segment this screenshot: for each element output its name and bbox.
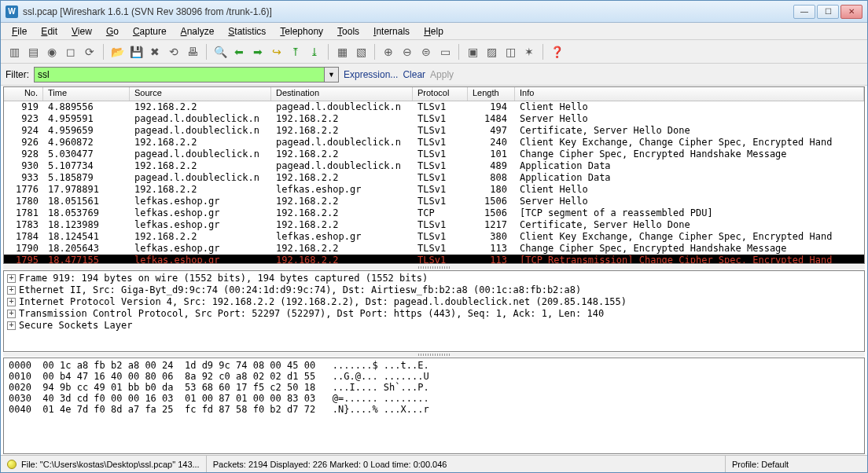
tree-row[interactable]: +Frame 919: 194 bytes on wire (1552 bits… (7, 273, 861, 284)
window-title: ssl.pcap [Wireshark 1.6.1 (SVN Rev 38096… (23, 6, 793, 17)
menu-edit[interactable]: Edit (35, 24, 64, 38)
find-icon[interactable]: 🔍 (211, 43, 229, 60)
menu-file[interactable]: File (6, 24, 33, 38)
splitter-2[interactable] (3, 353, 865, 358)
interfaces-icon[interactable]: ▥ (6, 43, 23, 60)
zoom-in-icon[interactable]: ⊕ (380, 43, 397, 60)
menubar: FileEditViewGoCaptureAnalyzeStatisticsTe… (1, 23, 867, 40)
close-button[interactable]: ✕ (840, 5, 862, 19)
col-source[interactable]: Source (130, 87, 271, 101)
zoom-out-icon[interactable]: ⊖ (399, 43, 416, 60)
packet-row[interactable]: 9285.030477pagead.l.doubleclick.n192.168… (4, 148, 864, 160)
status-file-segment: File: "C:\Users\kostas\Desktop\ssl.pcap"… (1, 456, 207, 472)
status-profile-text: Profile: Default (732, 460, 789, 469)
expand-icon[interactable]: + (7, 310, 16, 318)
filter-dropdown-icon[interactable]: ▼ (325, 67, 339, 82)
tree-row[interactable]: +Ethernet II, Src: Giga-Byt_d9:9c:74 (00… (7, 284, 861, 296)
stop-capture-icon[interactable]: ◻ (62, 43, 79, 60)
go-to-icon[interactable]: ↪ (268, 43, 285, 60)
col-length[interactable]: Length (468, 87, 515, 101)
go-forward-icon[interactable]: ➡ (249, 43, 267, 60)
packet-row[interactable]: 179018.205643lefkas.eshop.gr192.168.2.2T… (4, 243, 864, 255)
packet-row[interactable]: 9194.889556192.168.2.2pagead.l.doublecli… (4, 101, 864, 113)
menu-go[interactable]: Go (100, 24, 125, 38)
print-icon[interactable]: 🖶 (184, 43, 201, 60)
packet-row[interactable]: 178118.053769lefkas.eshop.gr192.168.2.2T… (4, 207, 864, 219)
help-icon[interactable]: ❓ (548, 43, 565, 60)
toolbar: ▥ ▤ ◉ ◻ ⟳ 📂 💾 ✖ ⟲ 🖶 🔍 ⬅ ➡ ↪ ⤒ ⤓ ▦ ▧ ⊕ ⊖ … (1, 40, 867, 64)
app-icon: W (6, 6, 18, 18)
packet-row[interactable]: 178318.123989lefkas.eshop.gr192.168.2.2T… (4, 219, 864, 231)
auto-scroll-icon[interactable]: ▧ (352, 43, 370, 60)
packet-row[interactable]: 9335.185879pagead.l.doubleclick.n192.168… (4, 172, 864, 184)
col-info[interactable]: Info (515, 87, 864, 101)
minimize-button[interactable]: — (793, 5, 815, 19)
menu-capture[interactable]: Capture (127, 24, 173, 38)
expand-icon[interactable]: + (7, 298, 16, 306)
colorize-icon[interactable]: ▦ (333, 43, 351, 60)
expand-icon[interactable]: + (7, 286, 16, 295)
packet-row[interactable]: 177617.978891192.168.2.2lefkas.eshop.grT… (4, 184, 864, 196)
expand-icon[interactable]: + (7, 321, 16, 330)
status-profile-segment[interactable]: Profile: Default (726, 456, 867, 472)
capture-filters-icon[interactable]: ▣ (464, 43, 481, 60)
menu-help[interactable]: Help (417, 24, 450, 38)
maximize-button[interactable]: ☐ (817, 5, 839, 19)
open-file-icon[interactable]: 📂 (108, 43, 126, 60)
restart-capture-icon[interactable]: ⟳ (81, 43, 98, 60)
window-buttons: — ☐ ✕ (793, 5, 862, 19)
go-first-icon[interactable]: ⤒ (287, 43, 304, 60)
menu-analyze[interactable]: Analyze (175, 24, 221, 38)
separator (374, 44, 375, 60)
filter-expression-link[interactable]: Expression... (344, 69, 398, 80)
tree-row[interactable]: +Internet Protocol Version 4, Src: 192.1… (7, 296, 861, 308)
start-capture-icon[interactable]: ◉ (43, 43, 61, 60)
splitter-1[interactable] (3, 265, 865, 270)
packet-bytes-body[interactable]: 0000 00 1c a8 fb b2 a8 00 24 1d d9 9c 74… (4, 358, 864, 453)
packet-row[interactable]: 178018.051561lefkas.eshop.gr192.168.2.2T… (4, 196, 864, 207)
packet-row[interactable]: 179518.477155lefkas.eshop.gr192.168.2.2T… (4, 255, 864, 263)
packet-details-body[interactable]: +Frame 919: 194 bytes on wire (1552 bits… (4, 271, 864, 351)
separator (328, 44, 329, 60)
col-destination[interactable]: Destination (271, 87, 413, 101)
titlebar: W ssl.pcap [Wireshark 1.6.1 (SVN Rev 380… (1, 1, 867, 23)
menu-internals[interactable]: Internals (367, 24, 416, 38)
close-file-icon[interactable]: ✖ (146, 43, 164, 60)
packet-row[interactable]: 9234.959591pagead.l.doubleclick.n192.168… (4, 113, 864, 125)
filter-label: Filter: (6, 69, 29, 80)
preferences-icon[interactable]: ✶ (520, 43, 538, 60)
menu-tools[interactable]: Tools (331, 24, 366, 38)
go-back-icon[interactable]: ⬅ (230, 43, 248, 60)
col-time[interactable]: Time (43, 87, 130, 101)
col-no[interactable]: No. (4, 87, 43, 101)
go-last-icon[interactable]: ⤓ (306, 43, 323, 60)
options-icon[interactable]: ▤ (24, 43, 42, 60)
menu-view[interactable]: View (65, 24, 98, 38)
separator (103, 44, 104, 60)
filter-clear-link[interactable]: Clear (403, 69, 425, 80)
separator (458, 44, 459, 60)
panes: No. Time Source Destination Protocol Len… (1, 86, 867, 455)
menu-statistics[interactable]: Statistics (222, 24, 272, 38)
filter-input[interactable] (34, 67, 325, 82)
resize-columns-icon[interactable]: ▭ (436, 43, 454, 60)
reload-icon[interactable]: ⟲ (165, 43, 182, 60)
packet-row[interactable]: 9264.960872192.168.2.2pagead.l.doublecli… (4, 137, 864, 148)
display-filters-icon[interactable]: ▨ (483, 43, 500, 60)
expand-icon[interactable]: + (7, 274, 16, 283)
zoom-reset-icon[interactable]: ⊜ (417, 43, 435, 60)
col-protocol[interactable]: Protocol (413, 87, 468, 101)
statusbar: File: "C:\Users\kostas\Desktop\ssl.pcap"… (1, 455, 867, 472)
packet-row[interactable]: 178418.124541192.168.2.2lefkas.eshop.grT… (4, 231, 864, 243)
save-file-icon[interactable]: 💾 (127, 43, 145, 60)
packet-row[interactable]: 9244.959659pagead.l.doubleclick.n192.168… (4, 125, 864, 137)
filter-apply-link[interactable]: Apply (430, 69, 454, 80)
expert-info-icon[interactable] (7, 460, 17, 469)
tree-row[interactable]: +Transmission Control Protocol, Src Port… (7, 308, 861, 320)
packet-row[interactable]: 9305.107734192.168.2.2pagead.l.doublecli… (4, 160, 864, 172)
packet-list-body[interactable]: 9194.889556192.168.2.2pagead.l.doublecli… (4, 101, 864, 263)
menu-telephony[interactable]: Telephony (274, 24, 329, 38)
tree-row[interactable]: +Secure Sockets Layer (7, 320, 861, 332)
packet-details-pane: +Frame 919: 194 bytes on wire (1552 bits… (3, 270, 865, 352)
coloring-rules-icon[interactable]: ◫ (502, 43, 519, 60)
